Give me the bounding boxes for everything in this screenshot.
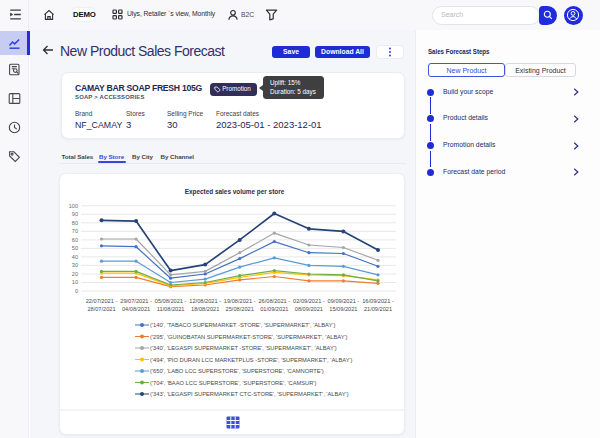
svg-text:19/08/2021 -: 19/08/2021 - [224,298,256,304]
svg-text:('343', 'LEGASPI SUPERMARKET C: ('343', 'LEGASPI SUPERMARKET CTC-STORE',… [150,391,349,397]
svg-text:('704', 'BAAO LCC SUPERSTORE',: ('704', 'BAAO LCC SUPERSTORE', 'SUPERSTO… [150,380,316,386]
svg-text:('340', 'LEGASPI SUPERMARKET -: ('340', 'LEGASPI SUPERMARKET -STORE', 'S… [150,345,337,351]
svg-text:15/09/2021: 15/09/2021 [329,306,357,312]
svg-text:26/08/2021 -: 26/08/2021 - [258,298,290,304]
svg-text:25/08/2021: 25/08/2021 [226,306,254,312]
svg-text:80: 80 [72,220,78,226]
svg-text:('140', 'TABACO SUPERMARKET -S: ('140', 'TABACO SUPERMARKET -STORE', 'SU… [150,322,335,328]
svg-text:29/07/2021 -: 29/07/2021 - [120,298,152,304]
svg-text:60: 60 [72,237,78,243]
svg-text:21/09/2021: 21/09/2021 [364,306,392,312]
svg-text:04/08/2021: 04/08/2021 [122,306,150,312]
svg-text:16/09/2021 -: 16/09/2021 - [362,298,394,304]
svg-text:18/08/2021: 18/08/2021 [191,306,219,312]
svg-text:0: 0 [75,288,78,294]
svg-text:02/09/2021 -: 02/09/2021 - [293,298,325,304]
svg-text:05/08/2021 -: 05/08/2021 - [155,298,187,304]
svg-text:('650', 'LABO LCC SUPERSTORE',: ('650', 'LABO LCC SUPERSTORE', 'SUPERSTO… [150,368,324,374]
svg-text:('295', 'GUINOBATAN SUPERMARKE: ('295', 'GUINOBATAN SUPERMARKET-STORE', … [150,334,348,340]
svg-text:11/08/2021: 11/08/2021 [157,306,185,312]
svg-text:70: 70 [72,228,78,234]
svg-text:30: 30 [72,262,78,268]
svg-text:10: 10 [72,279,78,285]
svg-text:Expected sales volume per stor: Expected sales volume per store [185,188,285,196]
svg-text:100: 100 [69,203,78,209]
svg-text:50: 50 [72,245,78,251]
svg-text:('494', 'PIO DURAN LCC MARKETP: ('494', 'PIO DURAN LCC MARKETPLUS -STORE… [150,357,353,363]
svg-text:20: 20 [72,271,78,277]
svg-text:22/07/2021 -: 22/07/2021 - [86,298,118,304]
svg-text:09/09/2021 -: 09/09/2021 - [328,298,360,304]
svg-text:01/09/2021: 01/09/2021 [260,306,288,312]
svg-text:90: 90 [72,211,78,217]
svg-text:40: 40 [72,254,78,260]
svg-text:28/07/2021: 28/07/2021 [87,306,115,312]
svg-text:08/09/2021: 08/09/2021 [295,306,323,312]
svg-text:12/08/2021 -: 12/08/2021 - [189,298,221,304]
